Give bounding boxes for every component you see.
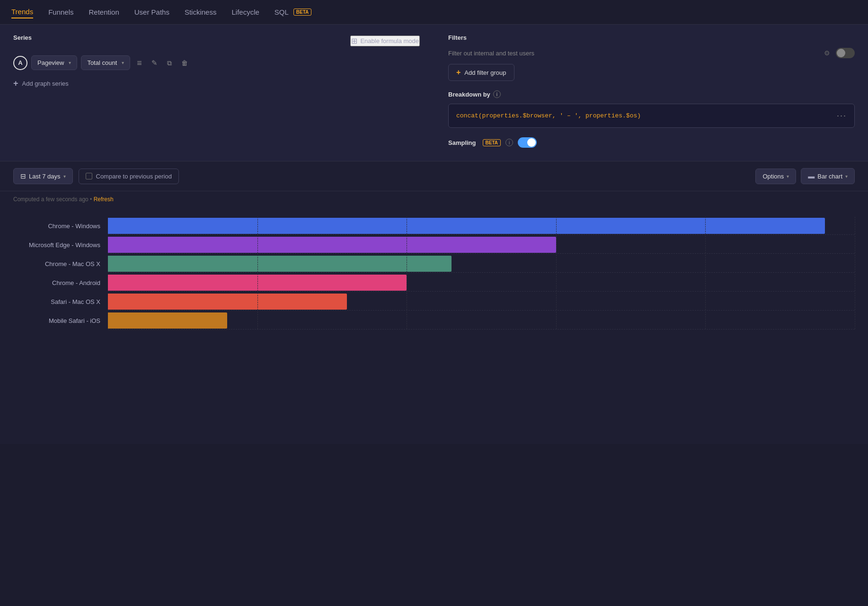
config-panel: Series ⊞ Enable formula mode A Pageview … [0, 25, 868, 161]
chart-type-chevron-icon: ▾ [845, 174, 848, 179]
add-series-button[interactable]: + Add graph series [13, 77, 420, 90]
chart-controls-bar: ⊟ Last 7 days ▾ Compare to previous peri… [0, 161, 868, 191]
bar-container [108, 312, 855, 330]
pencil-icon: ✎ [151, 59, 158, 67]
bar-label: Chrome - Android [13, 279, 108, 286]
chart-type-button[interactable]: ▬ Bar chart ▾ [801, 168, 855, 184]
filter-settings-icon[interactable]: ⚙ [824, 49, 830, 57]
options-button[interactable]: Options ▾ [755, 169, 796, 184]
nav-item-user-paths[interactable]: User Paths [134, 6, 169, 18]
filters-section: Filters Filter out internal and test use… [448, 34, 855, 148]
internal-users-filter-label: Filter out internal and test users [448, 50, 818, 57]
bar-fill [108, 312, 227, 329]
copy-icon: ⧉ [167, 59, 172, 67]
add-filter-plus-icon: + [456, 68, 461, 77]
bar-fill [108, 237, 556, 253]
date-range-label: Last 7 days [29, 173, 61, 180]
bar-row[interactable]: Mobile Safari - iOS [13, 312, 855, 330]
series-section: Series ⊞ Enable formula mode A Pageview … [13, 34, 420, 148]
bar-row[interactable]: Microsoft Edge - Windows [13, 236, 855, 254]
status-bar: Computed a few seconds ago • Refresh [0, 191, 868, 207]
add-filter-group-label: Add filter group [464, 69, 506, 76]
event-chevron-icon: ▾ [69, 60, 71, 65]
breakdown-label: Breakdown by i [448, 90, 855, 98]
filter-lines-icon: ≡ [137, 58, 142, 68]
top-nav: Trends Funnels Retention User Paths Stic… [0, 0, 868, 25]
event-dropdown[interactable]: Pageview ▾ [31, 55, 77, 70]
sql-beta-badge: BETA [293, 9, 311, 16]
series-label: Series [13, 34, 32, 41]
bar-label: Microsoft Edge - Windows [13, 241, 108, 249]
bar-container [108, 255, 855, 273]
compare-button[interactable]: Compare to previous period [79, 169, 179, 184]
bar-container [108, 293, 855, 311]
internal-users-filter-row: Filter out internal and test users ⚙ [448, 48, 855, 58]
bar-label: Safari - Mac OS X [13, 298, 108, 305]
filter-lines-button[interactable]: ≡ [134, 57, 145, 69]
sampling-row: Sampling BETA i [448, 137, 855, 148]
internal-users-toggle[interactable] [836, 48, 855, 58]
trash-icon: 🗑 [181, 59, 188, 67]
metric-label: Total count [87, 59, 117, 66]
delete-button[interactable]: 🗑 [178, 58, 191, 68]
options-label: Options [762, 173, 784, 180]
bar-container [108, 274, 855, 292]
breakdown-code-block: concat(properties.$browser, ' – ', prope… [448, 104, 855, 128]
filters-label: Filters [448, 34, 855, 41]
add-filter-group-button[interactable]: + Add filter group [448, 64, 514, 81]
formula-mode-button[interactable]: ⊞ Enable formula mode [350, 36, 420, 46]
edit-button[interactable]: ✎ [149, 57, 160, 68]
date-range-chevron-icon: ▾ [63, 174, 66, 179]
breakdown-label-text: Breakdown by [448, 91, 490, 98]
bar-fill [108, 275, 407, 291]
computed-text: Computed a few seconds ago [13, 196, 89, 203]
bar-label: Chrome - Mac OS X [13, 260, 108, 267]
chart-controls-right: Options ▾ ▬ Bar chart ▾ [755, 168, 855, 184]
nav-item-lifecycle[interactable]: Lifecycle [231, 6, 259, 18]
breakdown-expression: concat(properties.$browser, ' – ', prope… [456, 112, 641, 119]
nav-item-sql[interactable]: SQL BETA [275, 6, 312, 18]
series-row-a: A Pageview ▾ Total count ▾ ≡ ✎ ⧉ [13, 55, 420, 70]
bar-fill [108, 294, 347, 310]
bar-chart-icon: ▬ [808, 172, 815, 180]
chart-area: Chrome - WindowsMicrosoft Edge - Windows… [0, 207, 868, 444]
event-label: Pageview [37, 59, 64, 66]
nav-item-retention[interactable]: Retention [89, 6, 119, 18]
metric-chevron-icon: ▾ [122, 60, 124, 65]
metric-dropdown[interactable]: Total count ▾ [81, 55, 130, 70]
bar-container [108, 236, 855, 254]
bar-label: Chrome - Windows [13, 223, 108, 230]
add-series-plus-icon: + [13, 79, 18, 89]
formula-mode-label: Enable formula mode [360, 37, 419, 45]
config-grid: Series ⊞ Enable formula mode A Pageview … [13, 34, 855, 148]
separator: • [90, 196, 94, 203]
series-header: Series ⊞ Enable formula mode [13, 34, 420, 48]
bar-row[interactable]: Safari - Mac OS X [13, 293, 855, 311]
nav-item-funnels[interactable]: Funnels [48, 6, 73, 18]
chart-type-label: Bar chart [817, 173, 842, 180]
compare-checkbox [86, 173, 92, 179]
sampling-toggle[interactable] [518, 137, 537, 148]
copy-button[interactable]: ⧉ [164, 58, 175, 68]
nav-item-stickiness[interactable]: Stickiness [185, 6, 217, 18]
bar-fill [108, 256, 452, 272]
compare-label: Compare to previous period [96, 173, 172, 180]
bar-row[interactable]: Chrome - Android [13, 274, 855, 292]
series-letter-a: A [13, 56, 27, 70]
sampling-beta-badge: BETA [483, 139, 501, 146]
bar-row[interactable]: Chrome - Mac OS X [13, 255, 855, 273]
breakdown-ellipsis-button[interactable]: ··· [837, 111, 847, 121]
date-range-button[interactable]: ⊟ Last 7 days ▾ [13, 168, 73, 184]
sampling-info-icon[interactable]: i [505, 139, 513, 146]
calendar-icon: ⊟ [20, 172, 26, 180]
formula-icon: ⊞ [351, 36, 357, 45]
refresh-link[interactable]: Refresh [94, 196, 114, 203]
breakdown-info-icon[interactable]: i [493, 90, 501, 98]
bar-container [108, 217, 855, 235]
options-chevron-icon: ▾ [787, 174, 789, 179]
nav-item-trends[interactable]: Trends [11, 6, 33, 18]
bar-row[interactable]: Chrome - Windows [13, 217, 855, 235]
sampling-label: Sampling [448, 139, 476, 146]
add-series-label: Add graph series [22, 80, 69, 87]
bar-chart: Chrome - WindowsMicrosoft Edge - Windows… [13, 217, 855, 330]
